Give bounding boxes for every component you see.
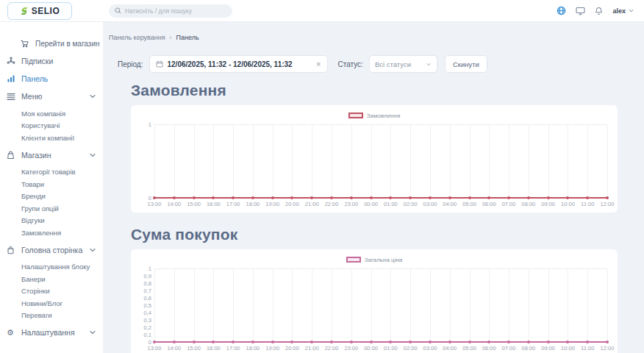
- sidebar-item-1[interactable]: Підписки: [0, 54, 103, 68]
- user-menu[interactable]: alex: [612, 7, 634, 15]
- sidebar-subitem[interactable]: Банери: [0, 273, 103, 285]
- x-tick-label: 08:00: [521, 345, 535, 352]
- sidebar-subitem[interactable]: Сторінки: [0, 285, 103, 298]
- y-tick-label: 0,5: [144, 302, 151, 309]
- sidebar-subitem[interactable]: Користувачі: [0, 120, 103, 132]
- x-tick-label: 06:00: [482, 345, 496, 352]
- sidebar-subitem[interactable]: Переваги: [0, 310, 103, 322]
- sidebar-subitem[interactable]: Налаштування блоку: [0, 261, 103, 274]
- y-tick-label: 0,2: [144, 324, 151, 331]
- gridline: [213, 125, 214, 198]
- purchases-heading: Сума покупок: [131, 226, 618, 243]
- gridline: [410, 269, 411, 342]
- x-tick-label: 02:00: [404, 345, 418, 352]
- gridline: [470, 125, 471, 198]
- sidebar: Перейти в магазинПідпискиПанельМенюМоя к…: [0, 22, 103, 353]
- period-date-range-input[interactable]: 12/06/2025, 11:32 - 12/06/2025, 11:32 ×: [149, 55, 328, 73]
- reset-button[interactable]: Скинути: [445, 55, 487, 73]
- sidebar-item-2[interactable]: Панель: [0, 72, 103, 85]
- gridline: [174, 125, 175, 198]
- sidebar-item-6[interactable]: ⚙Налаштування: [0, 326, 103, 339]
- search-placeholder: Натисніть / для пошуку: [125, 7, 192, 15]
- breadcrumb-item[interactable]: Панель керування: [109, 34, 165, 41]
- gridline: [312, 269, 312, 342]
- sidebar-subitem[interactable]: Клієнти компанії: [0, 132, 103, 144]
- legend-label: Загальна ціна: [365, 257, 403, 263]
- x-tick-label: 06:00: [482, 201, 496, 207]
- x-tick-label: 16:00: [207, 345, 221, 352]
- sidebar-item-3[interactable]: Меню: [0, 90, 103, 103]
- search-icon: [115, 7, 121, 14]
- x-tick-label: 02:00: [404, 201, 418, 207]
- x-tick-label: 09:00: [541, 345, 555, 352]
- y-tick-label: 0,8: [144, 280, 151, 287]
- chart-legend[interactable]: Замовлення: [141, 111, 607, 120]
- header-actions: alex: [557, 6, 634, 15]
- sidebar-item-label: Панель: [21, 74, 48, 83]
- orders-heading: Замовлення: [131, 82, 618, 99]
- x-tick-label: 15:00: [187, 345, 201, 352]
- chart-plot: [154, 268, 607, 342]
- period-value: 12/06/2025, 11:32 - 12/06/2025, 11:32: [168, 60, 293, 68]
- display-icon[interactable]: [576, 7, 585, 15]
- sidebar-item-label: Налаштування: [21, 328, 75, 337]
- sidebar-subitem[interactable]: Моя компанія: [0, 107, 103, 120]
- gridline: [154, 125, 155, 198]
- search-input[interactable]: Натисніть / для пошуку: [109, 4, 232, 18]
- sidebar-subitem[interactable]: Бренди: [0, 190, 103, 203]
- logo[interactable]: SELIO: [7, 2, 72, 20]
- x-tick-label: 23:00: [344, 345, 358, 352]
- gridline: [332, 269, 332, 342]
- y-tick-label: 0,7: [144, 288, 151, 294]
- gridline: [253, 269, 254, 342]
- x-tick-label: 01:00: [384, 345, 398, 352]
- purchases-chart-card: Загальна ціна 10,90,80,70,60,50,40,30,20…: [131, 249, 618, 353]
- x-tick-label: 21:00: [305, 345, 319, 352]
- gridline: [568, 269, 568, 342]
- x-tick-label: 12:00: [601, 201, 615, 207]
- gridline: [568, 125, 568, 198]
- x-tick-label: 11:00: [581, 345, 594, 352]
- sidebar-subitem[interactable]: Товари: [0, 178, 103, 190]
- sidebar-subitem[interactable]: Новини/Блог: [0, 297, 103, 310]
- x-tick-label: 18:00: [246, 345, 260, 352]
- filter-row: Період: 12/06/2025, 11:32 - 12/06/2025, …: [118, 55, 618, 73]
- status-select[interactable]: Всі статуси: [369, 55, 437, 73]
- y-tick-label: 0,4: [144, 310, 151, 316]
- breadcrumb: Панель керування›Панель: [109, 34, 618, 41]
- gridline: [509, 125, 509, 198]
- sidebar-item-label: Головна сторінка: [21, 246, 82, 254]
- gridline: [273, 125, 273, 198]
- x-tick-label: 11:00: [581, 201, 594, 207]
- sidebar-item-label: Перейти в магазин: [35, 40, 100, 48]
- x-tick-label: 22:00: [325, 201, 339, 207]
- period-label: Період:: [118, 60, 143, 68]
- language-globe-icon[interactable]: [557, 6, 566, 15]
- gridline: [154, 269, 155, 342]
- orders-chart-card: Замовлення 10 13:0014:0015:0016:0017:001…: [131, 105, 618, 213]
- clear-icon[interactable]: ×: [316, 60, 321, 68]
- sidebar-item-4[interactable]: Магазин: [0, 149, 103, 162]
- gridline: [332, 125, 332, 198]
- gridline: [194, 125, 195, 198]
- chart-legend[interactable]: Загальна ціна: [141, 255, 607, 264]
- gridline: [390, 269, 391, 342]
- sidebar-item-5[interactable]: Головна сторінка: [0, 243, 103, 257]
- bag-icon: [7, 151, 21, 160]
- breadcrumb-item: Панель: [176, 34, 199, 41]
- x-tick-label: 12:00: [601, 345, 615, 352]
- sidebar-subitem[interactable]: Групи опцій: [0, 202, 103, 215]
- gridline: [607, 269, 608, 342]
- chart-body: 10,90,80,70,60,50,40,30,20,10: [141, 268, 607, 342]
- notifications-bell-icon[interactable]: [595, 7, 603, 15]
- sidebar-subitem[interactable]: Категорії товарів: [0, 166, 103, 179]
- x-tick-label: 20:00: [285, 345, 299, 352]
- sidebar-item-0[interactable]: Перейти в магазин: [0, 37, 103, 50]
- x-tick-label: 05:00: [462, 345, 476, 352]
- sidebar-subitem[interactable]: Замовлення: [0, 227, 103, 239]
- sidebar-item-label: Підписки: [21, 57, 53, 65]
- gridline: [312, 125, 312, 198]
- gridline: [410, 125, 411, 198]
- x-tick-label: 03:00: [423, 345, 437, 352]
- sidebar-subitem[interactable]: Відгуки: [0, 215, 103, 227]
